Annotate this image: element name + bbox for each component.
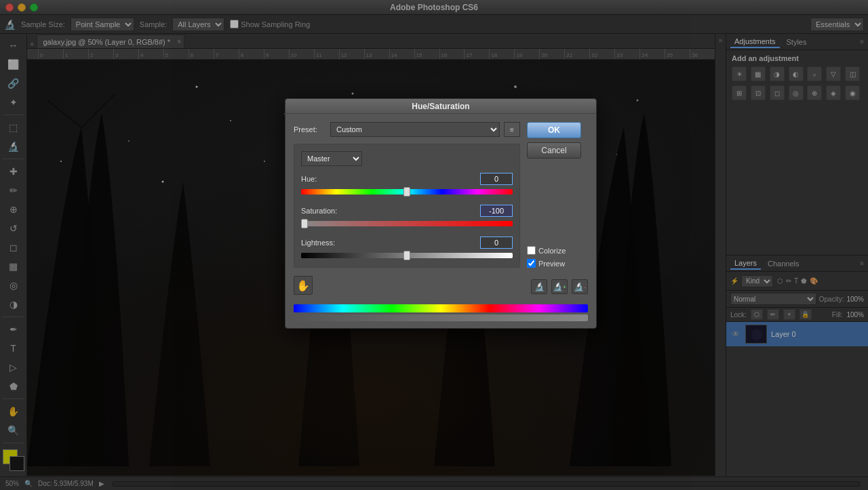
hand-tool-button[interactable]: ✋: [294, 276, 313, 295]
hue-slider-track-container: [301, 187, 513, 197]
saturation-slider-track-container: [301, 219, 513, 228]
ok-button[interactable]: OK: [527, 122, 581, 138]
add-to-sample-button[interactable]: 🔬+: [551, 279, 568, 294]
hue-slider-row: Hue:: [301, 173, 513, 197]
color-spectrum-bar: [294, 304, 588, 312]
lightness-slider-thumb[interactable]: [403, 251, 410, 260]
saturation-label-row: Saturation:: [301, 205, 513, 217]
preset-row: Preset: Custom ≡: [294, 122, 520, 137]
colorize-checkbox[interactable]: [527, 246, 536, 255]
channel-select[interactable]: Master: [301, 151, 362, 166]
subtract-from-sample-button[interactable]: 🔬-: [572, 279, 588, 294]
dialog-bottom: ✋ 🔬 🔬+ 🔬-: [285, 276, 596, 328]
modal-overlay: Hue/Saturation Preset: Custom ≡: [0, 0, 868, 490]
hue-label-row: Hue:: [301, 173, 513, 185]
preset-select[interactable]: Custom: [330, 122, 500, 137]
hue-label: Hue:: [301, 175, 480, 183]
lightness-value-input[interactable]: [480, 237, 513, 249]
eyedropper-buttons: 🔬 🔬+ 🔬-: [531, 279, 588, 294]
cancel-button[interactable]: Cancel: [527, 142, 581, 159]
preview-row: Preview: [527, 259, 588, 268]
preset-label: Preset:: [294, 125, 326, 134]
saturation-value-input[interactable]: [480, 205, 513, 217]
dialog-title: Hue/Saturation: [412, 102, 469, 111]
dialog-left: Preset: Custom ≡ Master: [294, 122, 520, 268]
sliders-container: Master Hue:: [294, 144, 520, 268]
hue-saturation-dialog: Hue/Saturation Preset: Custom ≡: [285, 98, 597, 329]
colorize-row: Colorize: [527, 246, 588, 255]
gray-gradient-bar: [294, 314, 588, 321]
lightness-label-row: Lightness:: [301, 237, 513, 249]
lightness-label: Lightness:: [301, 239, 480, 247]
saturation-slider-track[interactable]: [301, 221, 513, 226]
lightness-slider-track-container: [301, 251, 513, 260]
preset-menu-button[interactable]: ≡: [504, 122, 520, 137]
channel-select-wrap: Master: [301, 151, 513, 166]
preview-label: Preview: [538, 260, 565, 268]
colorize-label: Colorize: [538, 247, 566, 255]
lightness-slider-row: Lightness:: [301, 237, 513, 260]
dialog-right: OK Cancel Colorize Preview: [527, 122, 588, 268]
saturation-label: Saturation:: [301, 207, 480, 215]
hue-slider-thumb[interactable]: [403, 187, 410, 197]
dialog-title-bar: Hue/Saturation: [285, 99, 596, 114]
dialog-body: Preset: Custom ≡ Master: [285, 114, 596, 276]
saturation-slider-row: Saturation:: [301, 205, 513, 228]
saturation-slider-thumb[interactable]: [301, 219, 308, 228]
preview-checkbox[interactable]: [527, 259, 536, 268]
sample-eyedropper-button[interactable]: 🔬: [531, 279, 547, 294]
hue-value-input[interactable]: [480, 173, 513, 185]
